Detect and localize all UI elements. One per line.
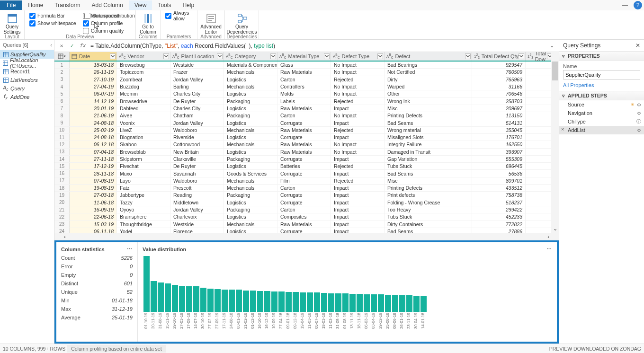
cell[interactable]: Mechanicals [224,69,277,75]
chart-bar[interactable] [229,290,235,312]
cell[interactable]: 765963 [472,76,526,83]
menu-addcolumn[interactable]: Add Column [86,0,129,10]
cell[interactable]: No Impact [331,62,385,68]
chart-bar[interactable] [186,286,192,312]
more-icon[interactable]: ⋯ [127,246,133,252]
cell[interactable]: 27-10-19 [70,76,117,83]
cell[interactable]: Bad Bearings [385,62,472,68]
cell[interactable]: 355045 [472,127,526,133]
cell[interactable] [526,141,554,148]
chart-bar[interactable] [357,294,363,312]
cell[interactable]: Impact [331,192,385,198]
row-number[interactable]: 16 [54,170,70,176]
cell[interactable]: Browsedrive [117,97,170,104]
chart-bar[interactable] [300,292,306,312]
info-icon[interactable]: ⓘ [636,118,641,125]
cell[interactable]: Brainsphere [117,213,170,220]
applied-step[interactable]: Navigation⚙ [559,109,644,117]
table-row[interactable]: 2116-09-19OyoyoJordan ValleyPackagingCar… [54,206,559,213]
show-whitespace-checkbox[interactable]: Show whitespace [29,19,76,27]
chart-bar[interactable] [314,292,320,312]
cell[interactable]: 19-08-19 [70,185,117,191]
row-number[interactable]: 8 [54,112,70,119]
cell[interactable] [526,105,554,112]
cell[interactable]: Raw Materials [277,221,331,228]
gear-icon[interactable]: ⚙ [637,102,641,107]
cell[interactable]: Muxo [117,170,170,176]
vertical-scrollbar[interactable]: ⌄ [551,52,559,233]
advanced-editor-button[interactable]: Advanced Editor [200,12,221,35]
cell[interactable]: 27-11-18 [70,156,117,162]
cell[interactable]: 56536 [472,170,526,176]
cell[interactable] [526,163,554,169]
cell[interactable]: Impact [331,228,385,233]
query-item[interactable]: AcQuery [0,84,54,93]
row-number[interactable]: 7 [54,105,70,112]
cell[interactable]: Gap Variation [385,156,472,162]
cell[interactable]: 24-08-18 [70,134,117,141]
cell[interactable]: 27-04-19 [70,83,117,90]
cell[interactable]: Impact [331,221,385,228]
filter-dropdown-icon[interactable] [324,53,330,59]
filter-dropdown-icon[interactable] [465,53,471,59]
cell[interactable]: Chatham [170,112,224,119]
chart-bar[interactable] [271,291,277,312]
chart-bar[interactable] [165,283,171,312]
cell[interactable]: Barling [170,83,224,90]
cell[interactable]: Logistics [224,76,277,83]
chart-bar[interactable] [179,286,185,312]
cell[interactable]: Bad Seams [385,228,472,233]
column-profile-checkbox[interactable]: Column profile [83,19,124,27]
cell[interactable]: LiveZ [117,127,170,133]
cell[interactable] [526,206,554,213]
cell[interactable]: Raw Materials [277,127,331,133]
chart-bar[interactable] [222,290,228,312]
row-number[interactable]: 1 [54,62,70,68]
cell[interactable]: 07-08-19 [70,177,117,184]
cell[interactable]: 14-12-19 [70,97,117,104]
dropdown-icon[interactable]: ▾ [64,54,66,58]
cell[interactable]: Fatz [117,185,170,191]
cell[interactable]: 393907 [472,149,526,155]
cell[interactable]: Rejected [331,76,385,83]
cell[interactable]: 809701 [472,177,526,184]
filter-dropdown-icon[interactable] [110,53,116,59]
row-number[interactable]: 21 [54,206,70,213]
cell[interactable]: Buzzdog [117,83,170,90]
cell[interactable]: Oyoyo [117,206,170,213]
cell[interactable] [526,170,554,176]
cell[interactable]: Impact [331,199,385,206]
cell[interactable]: Corrugate [277,134,331,141]
cell[interactable]: Middletown [170,199,224,206]
row-number[interactable]: 5 [54,90,70,97]
cell[interactable] [526,112,554,119]
cell[interactable]: Corrugate [277,199,331,206]
goto-column-button[interactable]: Go to Column [140,12,156,35]
cell[interactable]: Logistics [224,119,277,126]
row-number[interactable]: 18 [54,185,70,191]
horizontal-scrollbar[interactable]: ‹ › [54,233,559,240]
column-header-deftype[interactable]: ABCDefect Type [331,52,385,61]
cell[interactable]: Rejected [331,127,385,133]
cell[interactable]: 25-02-19 [70,127,117,133]
cell[interactable]: Composites [277,213,331,220]
cell[interactable]: Raw Materials [277,149,331,155]
cell[interactable]: Browseblab [117,149,170,155]
table-row[interactable]: 1307-04-18BrowseblabNew BritainLogistics… [54,149,559,156]
table-row[interactable]: 1517-12-19FivechatDe RuyterLogisticsBatt… [54,163,559,170]
cell[interactable]: No Impact [331,112,385,119]
cell[interactable] [526,177,554,184]
column-header-qty[interactable]: 123Total Defect Qty [472,52,526,61]
chart-bar[interactable] [172,285,178,312]
cell[interactable]: Wrong Ink [385,97,472,104]
table-row[interactable]: 1927-03-18JabbertypeReadingPackagingCorr… [54,192,559,199]
status-profiling[interactable]: Column profiling based on entire data se… [67,345,165,353]
cell[interactable]: Thoughtbridge [117,221,170,228]
chart-bar[interactable] [307,292,313,312]
chart-bar[interactable] [286,292,292,312]
cell[interactable]: Aivee [117,112,170,119]
cell[interactable] [526,69,554,75]
cell[interactable]: Wrong material [385,127,472,133]
chart-bar[interactable] [335,293,341,312]
cell[interactable]: Impact [331,185,385,191]
